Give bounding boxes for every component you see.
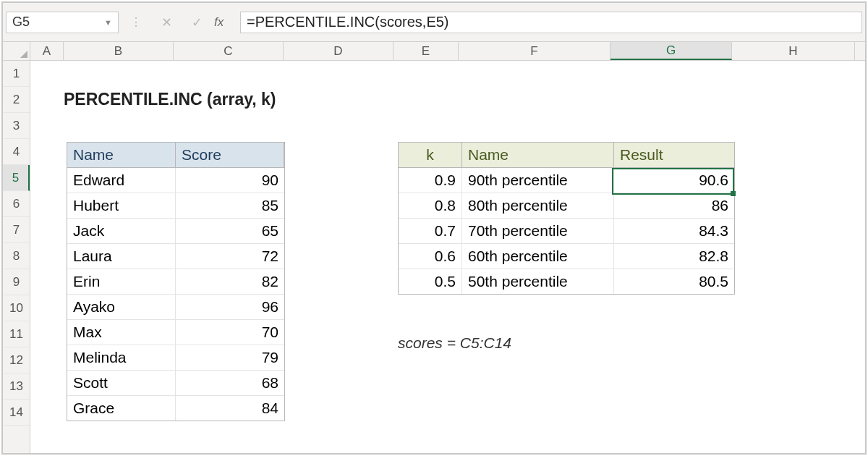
row-header-3[interactable]: 3 (3, 113, 30, 139)
cell[interactable]: 0.6 (399, 244, 462, 269)
col-header-E[interactable]: E (393, 42, 459, 60)
row-header-7[interactable]: 7 (3, 217, 30, 243)
row-header-6[interactable]: 6 (3, 191, 30, 217)
row-header-12[interactable]: 12 (3, 347, 30, 373)
cell[interactable]: Laura (67, 244, 176, 269)
cell[interactable]: 65 (176, 219, 284, 243)
row-header-5[interactable]: 5 (3, 165, 30, 191)
table-row: Erin82 (67, 269, 284, 295)
name-box[interactable]: G5 ▼ (6, 12, 119, 33)
col-header-G[interactable]: G (610, 42, 732, 60)
row-header-1[interactable]: 1 (3, 61, 30, 87)
cell[interactable]: Edward (67, 168, 176, 193)
cell[interactable]: 82 (176, 269, 284, 294)
cell[interactable]: Scott (67, 371, 176, 395)
col-header-H[interactable]: H (732, 42, 855, 60)
cell[interactable]: 82.8 (614, 244, 734, 269)
table-row: 0.660th percentile82.8 (399, 244, 734, 269)
cell[interactable]: Melinda (67, 345, 176, 370)
table-row: Name Score (67, 143, 284, 168)
cell[interactable]: 84 (176, 396, 284, 421)
col-header-F[interactable]: F (459, 42, 610, 60)
row-header-10[interactable]: 10 (3, 295, 30, 321)
table-row: 0.880th percentile86 (399, 193, 734, 219)
row-header-13[interactable]: 13 (3, 373, 30, 400)
row-header-8[interactable]: 8 (3, 243, 30, 269)
results-table: k Name Result 0.990th percentile90.6 0.8… (398, 142, 735, 295)
page-title: PERCENTILE.INC (array, k) (64, 90, 276, 109)
cell[interactable]: 96 (176, 295, 284, 319)
cell[interactable]: 84.3 (614, 219, 734, 243)
table-row: 0.770th percentile84.3 (399, 219, 734, 244)
row-header-11[interactable]: 11 (3, 321, 30, 347)
cell[interactable]: 90th percentile (462, 168, 614, 193)
formula-input[interactable]: =PERCENTILE.INC(scores,E5) (240, 12, 862, 33)
table-row: Edward90 (67, 168, 284, 193)
scores-table: Name Score Edward90 Hubert85 Jack65 Laur… (67, 142, 285, 421)
cell[interactable]: Erin (67, 269, 176, 294)
cell[interactable]: 85 (176, 193, 284, 218)
cell[interactable]: Grace (67, 396, 176, 421)
fx-icon[interactable]: fx (214, 15, 236, 30)
accept-icon[interactable]: ✓ (184, 14, 210, 30)
col-header-A[interactable]: A (30, 42, 64, 60)
cell[interactable]: 90.6 (614, 168, 734, 193)
table-row: Max70 (67, 320, 284, 345)
cell[interactable]: 80th percentile (462, 193, 614, 218)
cell[interactable]: 70 (176, 320, 284, 345)
table-row: k Name Result (399, 143, 734, 168)
name-box-value: G5 (12, 14, 30, 30)
cell[interactable]: 90 (176, 168, 284, 193)
table-row: Hubert85 (67, 193, 284, 219)
row-header-9[interactable]: 9 (3, 269, 30, 295)
header-name[interactable]: Name (462, 143, 614, 167)
range-note: scores = C5:C14 (398, 334, 511, 352)
cancel-icon[interactable]: ✕ (153, 14, 179, 30)
row-header-14[interactable]: 14 (3, 400, 30, 426)
cell[interactable]: Ayako (67, 295, 176, 319)
row-headers: 1 2 3 4 5 6 7 8 9 10 11 12 13 14 (3, 61, 30, 453)
header-score[interactable]: Score (176, 143, 284, 167)
cell[interactable]: Hubert (67, 193, 176, 218)
table-row: Laura72 (67, 244, 284, 269)
cell[interactable]: Max (67, 320, 176, 345)
row-header-4[interactable]: 4 (3, 139, 30, 165)
formula-text: =PERCENTILE.INC(scores,E5) (247, 14, 449, 30)
name-box-dropdown-icon[interactable]: ▼ (104, 18, 112, 27)
cell[interactable]: 68 (176, 371, 284, 395)
table-row: Jack65 (67, 219, 284, 244)
table-row: Melinda79 (67, 345, 284, 371)
cell[interactable]: 50th percentile (462, 269, 614, 294)
cell[interactable]: 80.5 (614, 269, 734, 294)
select-all-corner[interactable] (3, 42, 30, 60)
cell[interactable]: Jack (67, 219, 176, 243)
table-row: Grace84 (67, 396, 284, 421)
column-headers: A B C D E F G H (3, 42, 865, 61)
table-row: 0.990th percentile90.6 (399, 168, 734, 193)
cell[interactable]: 72 (176, 244, 284, 269)
cell[interactable]: 0.5 (399, 269, 462, 294)
separator-icon: ⋮ (123, 15, 149, 29)
row-header-2[interactable]: 2 (3, 87, 30, 113)
cell[interactable]: 0.9 (399, 168, 462, 193)
header-name[interactable]: Name (67, 143, 176, 167)
cell[interactable]: 86 (614, 193, 734, 218)
table-row: Ayako96 (67, 295, 284, 320)
cell[interactable]: 0.8 (399, 193, 462, 218)
formula-bar: G5 ▼ ⋮ ✕ ✓ fx =PERCENTILE.INC(scores,E5) (3, 3, 865, 42)
col-header-D[interactable]: D (284, 42, 393, 60)
cell[interactable]: 70th percentile (462, 219, 614, 243)
header-result[interactable]: Result (614, 143, 734, 167)
table-row: Scott68 (67, 371, 284, 396)
cell[interactable]: 0.7 (399, 219, 462, 243)
sheet-area[interactable]: PERCENTILE.INC (array, k) Name Score Edw… (30, 61, 865, 453)
col-header-C[interactable]: C (174, 42, 284, 60)
table-row: 0.550th percentile80.5 (399, 269, 734, 294)
cell[interactable]: 60th percentile (462, 244, 614, 269)
header-k[interactable]: k (399, 143, 462, 167)
cell[interactable]: 79 (176, 345, 284, 370)
col-header-B[interactable]: B (64, 42, 174, 60)
